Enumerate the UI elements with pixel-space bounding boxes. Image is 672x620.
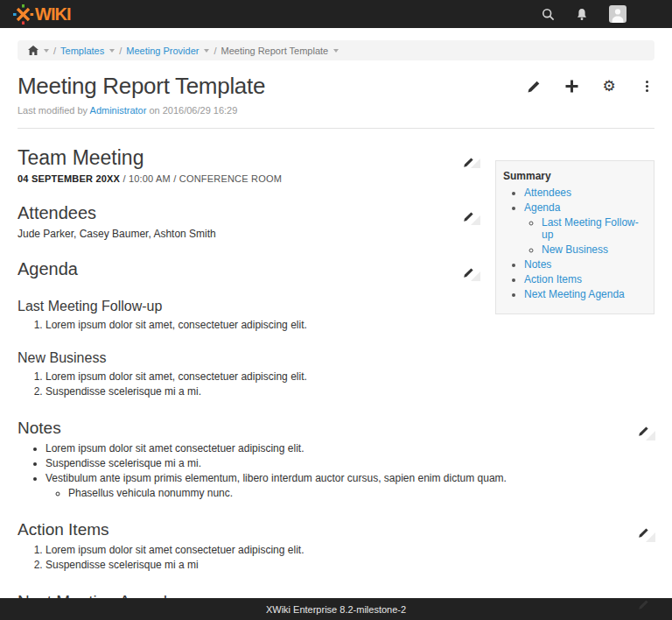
header-divider	[18, 128, 654, 129]
page-title: Meeting Report Template	[18, 73, 265, 100]
list-item: Agenda Last Meeting Follow-up New Busine…	[524, 201, 647, 256]
chevron-down-icon[interactable]	[44, 49, 49, 53]
list-item: Lorem ipsum dolor sit amet consectetuer …	[46, 544, 654, 556]
menu-hamburger-icon[interactable]	[648, 10, 660, 18]
more-kebab-icon[interactable]	[639, 79, 654, 95]
list-item: Lorem ipsum dolor sit amet, consectetuer…	[46, 370, 654, 383]
summary-title: Summary	[503, 170, 647, 182]
document-content: Summary Attendees Agenda Last Meeting Fo…	[0, 146, 672, 620]
xwiki-logo[interactable]: WIKI	[12, 4, 70, 25]
breadcrumb-link-meeting-provider[interactable]: Meeting Provider	[126, 46, 199, 56]
last-modified-line: Last modified by Administrator on 2016/0…	[0, 100, 672, 116]
list-item: Vestibulum ante ipsum primis elementum, …	[46, 472, 654, 499]
user-avatar[interactable]	[609, 5, 626, 23]
breadcrumb: / Templates / Meeting Provider / Meeting…	[18, 40, 654, 60]
chevron-down-icon[interactable]	[333, 49, 339, 53]
chevron-down-icon[interactable]	[204, 49, 209, 53]
summary-link-follow-up[interactable]: Last Meeting Follow-up	[542, 216, 639, 241]
meeting-time-location: / 10:00 AM / CONFERENCE ROOM	[120, 173, 282, 184]
agenda-heading-text: Agenda	[18, 259, 78, 278]
modified-suffix: on 2016/06/29 16:29	[149, 105, 237, 116]
summary-link-action-items[interactable]: Action Items	[524, 273, 582, 285]
notes-heading-text: Notes	[18, 419, 61, 437]
version-text: XWiki Enterprise 8.2-milestone-2	[266, 604, 406, 615]
breadcrumb-separator: /	[119, 46, 122, 56]
breadcrumb-current-page: Meeting Report Template	[220, 46, 328, 56]
list-item: New Business	[542, 243, 647, 256]
notes-sublist: Phasellus vehicula nonummy nunc.	[46, 487, 654, 499]
list-item: Last Meeting Follow-up	[542, 216, 647, 241]
summary-link-notes[interactable]: Notes	[524, 258, 551, 271]
summary-link-new-business[interactable]: New Business	[542, 243, 608, 256]
summary-link-next-meeting[interactable]: Next Meeting Agenda	[524, 288, 625, 300]
list-item: Lorem ipsum dolor sit amet consectetuer …	[46, 442, 654, 454]
list-item: Suspendisse scelerisque mi a mi.	[46, 457, 654, 469]
summary-panel: Summary Attendees Agenda Last Meeting Fo…	[495, 160, 654, 314]
add-plus-icon[interactable]	[564, 79, 579, 95]
chevron-down-icon[interactable]	[109, 49, 115, 53]
list-item: Notes	[524, 258, 647, 271]
list-item: Suspendisse scelerisque mi a mi.	[46, 385, 654, 398]
follow-up-list: Lorem ipsum dolor sit amet, consectetuer…	[18, 319, 654, 331]
notes-heading: Notes	[18, 419, 654, 438]
page-actions: ⚙	[526, 79, 654, 95]
summary-link-attendees[interactable]: Attendees	[524, 187, 571, 199]
search-icon[interactable]	[542, 8, 555, 21]
edit-pencil-icon[interactable]	[526, 79, 542, 95]
list-item-text: Vestibulum ante ipsum primis elementum, …	[46, 472, 507, 484]
summary-link-agenda[interactable]: Agenda	[524, 201, 560, 214]
meeting-date: 04 SEPTEMBER 20XX	[18, 173, 120, 184]
logo-text: WIKI	[35, 5, 70, 23]
notes-list: Lorem ipsum dolor sit amet consectetuer …	[18, 442, 654, 499]
new-business-list: Lorem ipsum dolor sit amet, consectetuer…	[18, 370, 654, 398]
new-business-heading: New Business	[18, 350, 654, 366]
list-item: Phasellus vehicula nonummy nunc.	[68, 487, 654, 499]
section-edit-pencil-icon[interactable]	[638, 422, 654, 439]
xwiki-x-icon	[12, 4, 34, 25]
modified-prefix: Last modified by	[18, 105, 88, 116]
notifications-bell-icon[interactable]	[576, 8, 588, 21]
top-navbar: WIKI	[0, 0, 672, 28]
meeting-title-text: Team Meeting	[18, 146, 144, 169]
settings-gear-icon[interactable]: ⚙	[601, 79, 617, 95]
list-item: Action Items	[524, 273, 647, 285]
summary-list: Attendees Agenda Last Meeting Follow-up …	[503, 187, 647, 300]
list-item: Lorem ipsum dolor sit amet, consectetuer…	[46, 319, 654, 331]
action-items-heading-text: Action Items	[18, 520, 109, 539]
attendees-heading-text: Attendees	[18, 203, 96, 222]
summary-sublist: Last Meeting Follow-up New Business	[524, 216, 647, 256]
breadcrumb-link-templates[interactable]: Templates	[60, 46, 104, 56]
action-items-list: Lorem ipsum dolor sit amet consectetuer …	[18, 544, 654, 571]
home-icon[interactable]	[28, 46, 38, 55]
list-item: Attendees	[524, 187, 647, 199]
modified-user-link[interactable]: Administrator	[90, 105, 147, 116]
section-edit-pencil-icon[interactable]	[463, 263, 480, 279]
breadcrumb-separator: /	[53, 46, 56, 56]
action-items-heading: Action Items	[18, 520, 654, 539]
section-edit-pencil-icon[interactable]	[463, 207, 480, 223]
list-item: Suspendisse scelerisque mi a mi	[46, 559, 654, 571]
list-item: Next Meeting Agenda	[524, 288, 647, 300]
version-footer: XWiki Enterprise 8.2-milestone-2	[0, 598, 672, 620]
section-edit-pencil-icon[interactable]	[638, 524, 654, 540]
breadcrumb-separator: /	[214, 46, 216, 56]
section-edit-pencil-icon[interactable]	[463, 150, 480, 166]
